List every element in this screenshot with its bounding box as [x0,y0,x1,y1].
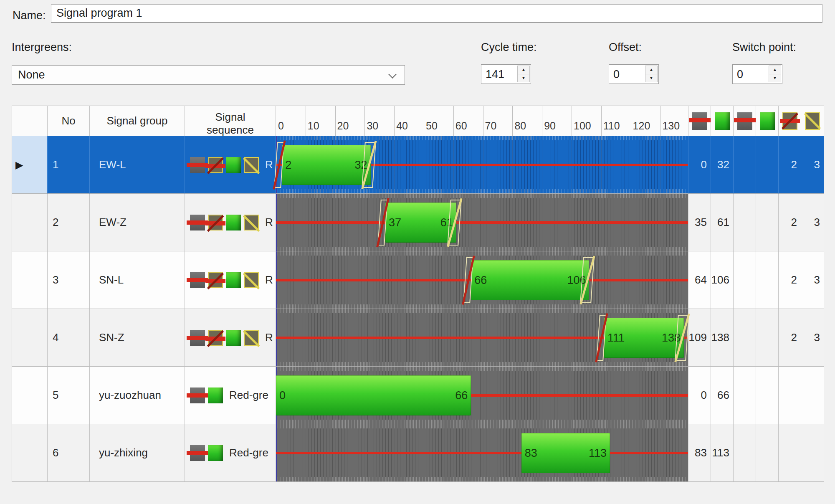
offset-decrement-button[interactable]: ▼ [645,74,658,82]
timeline-gridline [542,106,542,136]
value-cell[interactable]: 2 [779,194,801,251]
value-cell[interactable] [734,367,756,424]
signal-group-cell[interactable]: SN-L [90,251,185,309]
signal-group-cell[interactable]: yu-zuozhuan [90,367,185,424]
signal-sequence-cell[interactable]: Red-gre [185,367,276,424]
cycle-time-spinner[interactable]: 141 ▲ ▼ [481,64,531,84]
value-cell[interactable]: 66 [711,367,734,424]
green-phase-bar[interactable]: 111138 [604,318,684,358]
red-signal-icon [190,272,205,288]
green-signal-icon [715,112,730,130]
green-signal-icon [226,330,241,346]
value-cell[interactable]: 106 [711,251,734,309]
offset-spinner[interactable]: 0 ▲ ▼ [609,64,659,84]
green-phase-bar[interactable]: 066 [276,375,471,415]
signal-sequence-cell[interactable]: R [185,194,276,251]
value-cell[interactable]: 113 [711,424,734,482]
value-cell[interactable]: 64 [688,251,711,309]
green-phase-bar[interactable]: 3761 [385,203,456,243]
cycle-time-increment-button[interactable]: ▲ [517,66,530,74]
intergreens-dropdown[interactable]: None [12,65,405,85]
timeline-cell[interactable]: 232 [276,136,688,194]
signal-row-1[interactable]: ▶1EW-LR23203223 [12,136,824,194]
value-cell[interactable] [734,136,756,194]
value-cell[interactable] [756,136,779,194]
amber-transition-marker[interactable] [580,257,595,303]
value-cell[interactable] [734,309,756,367]
row-selector-cell[interactable]: ▶ [12,136,48,194]
green-start-label: 66 [474,274,487,287]
red-band [689,118,711,122]
value-cell[interactable]: 35 [688,194,711,251]
value-cell[interactable] [756,194,779,251]
timeline-cell[interactable]: 3761 [276,194,688,251]
value-cell[interactable] [801,367,824,424]
value-cell[interactable]: 3 [801,136,824,194]
row-selector-cell[interactable] [12,367,48,424]
value-cell[interactable] [779,367,801,424]
value-cell[interactable]: 109 [688,309,711,367]
signal-group-cell[interactable]: SN-Z [90,309,185,367]
value-cell[interactable] [756,309,779,367]
signal-group-cell[interactable]: EW-L [90,136,185,194]
value-cell[interactable] [756,367,779,424]
timeline-cell[interactable]: 111138 [276,309,688,367]
green-phase-bar[interactable]: 232 [282,145,370,185]
signal-group-cell[interactable]: EW-Z [90,194,185,251]
timeline-cell[interactable]: 066 [276,367,688,424]
value-cell[interactable]: 83 [688,424,711,482]
signal-row-5[interactable]: 5yu-zuozhuanRed-gre066066 [12,367,824,424]
timeline-gridline [601,106,602,136]
signal-sequence-cell[interactable]: R [185,136,276,194]
offset-increment-button[interactable]: ▲ [645,66,658,74]
current-row-arrow-icon: ▶ [15,159,23,171]
signal-group-column-header: Signal group [90,106,185,136]
value-cell[interactable] [801,424,824,482]
signal-row-2[interactable]: 2EW-ZR3761356123 [12,194,824,251]
signal-sequence-cell[interactable]: R [185,309,276,367]
row-selector-cell[interactable] [12,194,48,251]
signal-row-3[interactable]: 3SN-LR661066410623 [12,251,824,309]
switch-point-increment-button[interactable]: ▲ [769,66,781,74]
signal-row-6[interactable]: 6yu-zhixingRed-gre8311383113 [12,424,824,482]
value-cell[interactable] [779,424,801,482]
timeline-cell[interactable]: 66106 [276,251,688,309]
timeline-tick-label: 120 [633,120,650,132]
value-cell[interactable] [756,424,779,482]
value-cell[interactable]: 138 [711,309,734,367]
signal-sequence-cell[interactable]: R [185,251,276,309]
value-cell[interactable] [734,251,756,309]
switch-point-spinner[interactable]: 0 ▲ ▼ [732,64,782,84]
red-amber-signal-icon [208,157,223,173]
row-selector-cell[interactable] [12,251,48,309]
signal-row-4[interactable]: 4SN-ZR11113810913823 [12,309,824,367]
switch-point-decrement-button[interactable]: ▼ [769,74,781,82]
value-cell[interactable]: 32 [711,136,734,194]
value-cell[interactable]: 3 [801,194,824,251]
value-cell[interactable] [734,194,756,251]
amber-signal-icon [244,215,259,230]
value-cell[interactable]: 61 [711,194,734,251]
row-selector-cell[interactable] [12,424,48,482]
signal-sequence-cell[interactable]: Red-gre [185,424,276,482]
value-cell[interactable]: 0 [688,367,711,424]
name-input[interactable] [51,4,822,23]
amber-signal-icon [244,157,259,173]
value-cell[interactable]: 3 [801,251,824,309]
value-cell[interactable]: 2 [779,251,801,309]
value-cell[interactable]: 3 [801,309,824,367]
intergreens-label: Intergreens: [12,41,72,54]
row-selector-cell[interactable] [12,309,48,367]
value-cell[interactable] [756,251,779,309]
green-phase-bar[interactable]: 66106 [471,260,589,300]
timeline-cell[interactable]: 83113 [276,424,688,482]
cycle-time-value: 141 [486,68,504,81]
green-phase-bar[interactable]: 83113 [521,433,610,473]
signal-group-cell[interactable]: yu-zhixing [90,424,185,482]
value-cell[interactable]: 2 [779,309,801,367]
cycle-time-decrement-button[interactable]: ▼ [517,74,530,82]
value-cell[interactable]: 2 [779,136,801,194]
green-end-label: 66 [455,389,468,402]
value-cell[interactable] [734,424,756,482]
value-cell[interactable]: 0 [688,136,711,194]
